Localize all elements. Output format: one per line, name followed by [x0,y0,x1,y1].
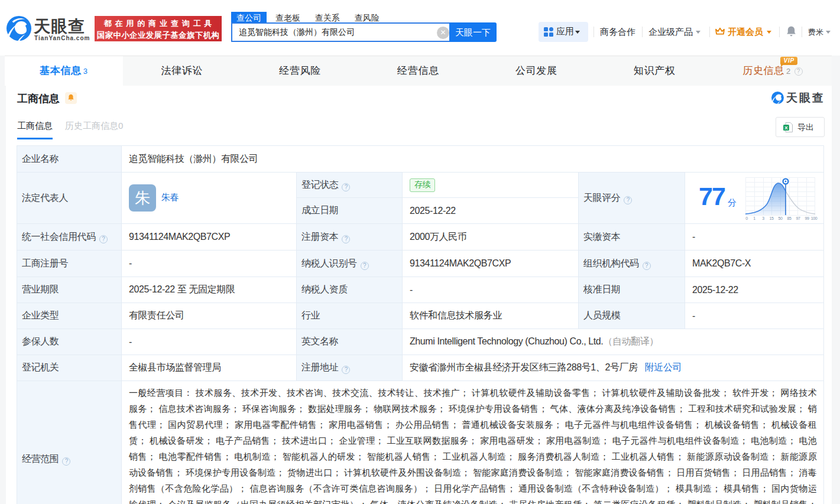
svg-text:15: 15 [770,216,774,220]
svg-text:50: 50 [779,216,783,220]
svg-text:97: 97 [796,216,800,220]
svg-text:100: 100 [811,216,818,220]
svg-text:99: 99 [805,216,809,220]
svg-text:X: X [784,125,788,131]
svg-text:85: 85 [787,216,792,220]
svg-text:3: 3 [762,216,764,220]
svg-text:0: 0 [745,216,748,220]
svg-text:1: 1 [753,216,755,220]
